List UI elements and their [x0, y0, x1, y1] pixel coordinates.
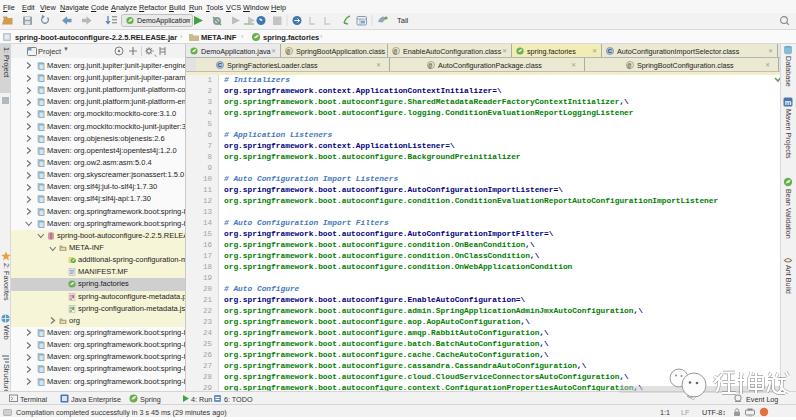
svg-text:@: @ — [286, 48, 290, 54]
svg-text:@: @ — [428, 62, 432, 68]
svg-text:@: @ — [627, 62, 631, 68]
svg-text:C: C — [608, 48, 613, 54]
svg-text:C: C — [218, 62, 223, 68]
svg-text:Tail: Tail — [397, 16, 409, 25]
svg-text:DemoApplication: DemoApplication — [137, 17, 190, 25]
svg-text:m: m — [785, 98, 792, 107]
svg-text:@: @ — [393, 48, 397, 54]
